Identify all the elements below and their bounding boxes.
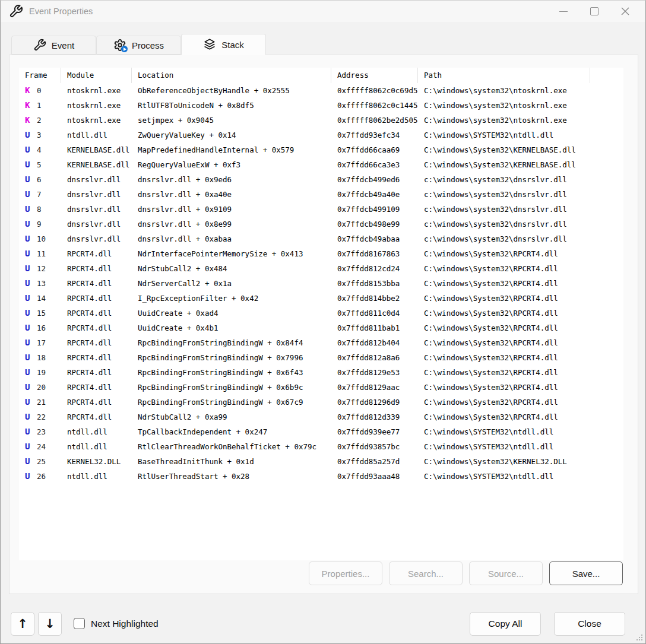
- table-row[interactable]: U11 RPCRT4.dll NdrInterfacePointerMemory…: [19, 246, 623, 261]
- table-row[interactable]: U22 RPCRT4.dll NdrStubCall2 + 0xa99 0x7f…: [19, 410, 623, 424]
- minimize-button[interactable]: [548, 1, 579, 22]
- frame-cell: U7: [19, 187, 61, 202]
- table-row[interactable]: U18 RPCRT4.dll RpcBindingFromStringBindi…: [19, 350, 623, 365]
- frame-cell: U11: [19, 246, 61, 261]
- stack-table-header: Frame Module Location Address Path: [19, 68, 623, 83]
- module-cell: ntoskrnl.exe: [61, 98, 132, 113]
- location-cell: UuidCreate + 0xad4: [132, 306, 331, 321]
- table-row[interactable]: U9 dnsrslvr.dll dnsrslvr.dll + 0x8e99 0x…: [19, 217, 623, 231]
- location-cell: ObReferenceObjectByHandle + 0x2555: [132, 83, 331, 98]
- next-highlighted-label: Next Highlighted: [91, 617, 159, 630]
- path-cell: C:\windows\system32\ntoskrnl.exe: [418, 113, 590, 128]
- frame-number: 15: [37, 306, 46, 321]
- frame-number: 23: [37, 424, 46, 439]
- table-row[interactable]: U6 dnsrslvr.dll dnsrslvr.dll + 0x9ed6 0x…: [19, 172, 623, 187]
- column-header-path[interactable]: Path: [418, 68, 590, 83]
- table-row[interactable]: K0 ntoskrnl.exe ObReferenceObjectByHandl…: [19, 83, 623, 98]
- table-row[interactable]: U23 ntdll.dll TpCallbackIndependent + 0x…: [19, 424, 623, 439]
- table-row[interactable]: U8 dnsrslvr.dll dnsrslvr.dll + 0x9109 0x…: [19, 202, 623, 217]
- address-cell: 0x7ffdd93aaa48: [331, 469, 418, 484]
- location-cell: RpcBindingFromStringBindingW + 0x6f43: [132, 365, 331, 380]
- frame-type-icon: U: [25, 291, 33, 306]
- stack-table[interactable]: Frame Module Location Address Path K0 nt…: [19, 68, 623, 560]
- address-cell: 0x7ffdd8129aac: [331, 380, 418, 395]
- maximize-button[interactable]: [579, 1, 610, 22]
- path-cell: C:\windows\SYSTEM32\ntdll.dll: [418, 128, 590, 142]
- next-event-button[interactable]: ↓: [38, 612, 62, 636]
- table-row[interactable]: U13 RPCRT4.dll NdrServerCall2 + 0x1a 0x7…: [19, 276, 623, 291]
- module-cell: ntdll.dll: [61, 469, 132, 484]
- tab-stack[interactable]: Stack: [181, 34, 266, 55]
- table-row[interactable]: U24 ntdll.dll RtlClearThreadWorkOnBehalf…: [19, 439, 623, 454]
- module-cell: KERNEL32.DLL: [61, 454, 132, 469]
- address-cell: 0x7ffdd812b404: [331, 335, 418, 350]
- table-row[interactable]: U17 RPCRT4.dll RpcBindingFromStringBindi…: [19, 335, 623, 350]
- table-row[interactable]: K1 ntoskrnl.exe RtlUTF8ToUnicodeN + 0x8d…: [19, 98, 623, 113]
- location-cell: RegQueryValueExW + 0xf3: [132, 157, 331, 172]
- table-row[interactable]: U26 ntdll.dll RtlUserThreadStart + 0x28 …: [19, 469, 623, 484]
- save-button[interactable]: Save...: [549, 561, 623, 585]
- path-cell: c:\windows\system32\dnsrslvr.dll: [418, 187, 590, 202]
- tab-event[interactable]: Event: [11, 36, 96, 55]
- location-cell: NdrStubCall2 + 0xa99: [132, 410, 331, 424]
- properties-button[interactable]: Properties...: [309, 561, 382, 585]
- frame-type-icon: U: [25, 365, 33, 380]
- previous-event-button[interactable]: ↑: [11, 612, 34, 636]
- table-row[interactable]: U7 dnsrslvr.dll dnsrslvr.dll + 0xa40e 0x…: [19, 187, 623, 202]
- close-dialog-button[interactable]: Close: [554, 612, 625, 636]
- frame-cell: U14: [19, 291, 61, 306]
- module-cell: RPCRT4.dll: [61, 306, 132, 321]
- search-button[interactable]: Search...: [389, 561, 463, 585]
- table-row[interactable]: U5 KERNELBASE.dll RegQueryValueExW + 0xf…: [19, 157, 623, 172]
- location-cell: RpcBindingFromStringBindingW + 0x6b9c: [132, 380, 331, 395]
- column-header-location[interactable]: Location: [132, 68, 331, 83]
- frame-number: 9: [37, 217, 42, 231]
- copy-all-button[interactable]: Copy All: [470, 612, 541, 636]
- column-header-address[interactable]: Address: [331, 68, 418, 83]
- source-button[interactable]: Source...: [469, 561, 543, 585]
- frame-cell: U13: [19, 276, 61, 291]
- column-header-frame[interactable]: Frame: [19, 68, 61, 83]
- table-row[interactable]: U19 RPCRT4.dll RpcBindingFromStringBindi…: [19, 365, 623, 380]
- module-cell: ntdll.dll: [61, 439, 132, 454]
- frame-type-icon: U: [25, 306, 33, 321]
- frame-number: 0: [37, 83, 42, 98]
- frame-number: 14: [37, 291, 46, 306]
- frame-number: 12: [37, 261, 46, 276]
- table-row[interactable]: U4 KERNELBASE.dll MapPredefinedHandleInt…: [19, 142, 623, 157]
- address-cell: 0x7ffdd93857bc: [331, 439, 418, 454]
- window-title: Event Properties: [29, 1, 93, 22]
- table-row[interactable]: U12 RPCRT4.dll NdrStubCall2 + 0x484 0x7f…: [19, 261, 623, 276]
- frame-number: 6: [37, 172, 42, 187]
- table-row[interactable]: U20 RPCRT4.dll RpcBindingFromStringBindi…: [19, 380, 623, 395]
- address-cell: 0x7ffdd85a257d: [331, 454, 418, 469]
- frame-type-icon: U: [25, 380, 33, 395]
- close-button[interactable]: [610, 1, 641, 22]
- address-cell: 0x7ffdd812a8a6: [331, 350, 418, 365]
- address-cell: 0x7ffdcb49abaa: [331, 231, 418, 246]
- table-row[interactable]: U3 ntdll.dll ZwQueryValueKey + 0x14 0x7f…: [19, 128, 623, 142]
- path-cell: C:\windows\SYSTEM32\ntdll.dll: [418, 424, 590, 439]
- table-row[interactable]: U10 dnsrslvr.dll dnsrslvr.dll + 0xabaa 0…: [19, 231, 623, 246]
- module-cell: RPCRT4.dll: [61, 335, 132, 350]
- table-row[interactable]: U25 KERNEL32.DLL BaseThreadInitThunk + 0…: [19, 454, 623, 469]
- column-header-module[interactable]: Module: [61, 68, 132, 83]
- frame-cell: U12: [19, 261, 61, 276]
- module-cell: RPCRT4.dll: [61, 350, 132, 365]
- frame-type-icon: U: [25, 231, 33, 246]
- table-row[interactable]: U15 RPCRT4.dll UuidCreate + 0xad4 0x7ffd…: [19, 306, 623, 321]
- path-cell: C:\windows\System32\RPCRT4.dll: [418, 350, 590, 365]
- table-row[interactable]: U16 RPCRT4.dll UuidCreate + 0x4b1 0x7ffd…: [19, 321, 623, 335]
- address-cell: 0x7ffdd812d339: [331, 410, 418, 424]
- table-row[interactable]: U21 RPCRT4.dll RpcBindingFromStringBindi…: [19, 395, 623, 410]
- tab-process[interactable]: Process: [96, 36, 181, 55]
- module-cell: KERNELBASE.dll: [61, 142, 132, 157]
- resize-grip[interactable]: [641, 639, 642, 640]
- next-highlighted-checkbox[interactable]: [74, 618, 85, 629]
- table-row[interactable]: U14 RPCRT4.dll I_RpcExceptionFilter + 0x…: [19, 291, 623, 306]
- location-cell: TpCallbackIndependent + 0x247: [132, 424, 331, 439]
- module-cell: RPCRT4.dll: [61, 276, 132, 291]
- table-row[interactable]: K2 ntoskrnl.exe setjmpex + 0x9045 0xffff…: [19, 113, 623, 128]
- module-cell: dnsrslvr.dll: [61, 172, 132, 187]
- path-cell: c:\windows\system32\dnsrslvr.dll: [418, 231, 590, 246]
